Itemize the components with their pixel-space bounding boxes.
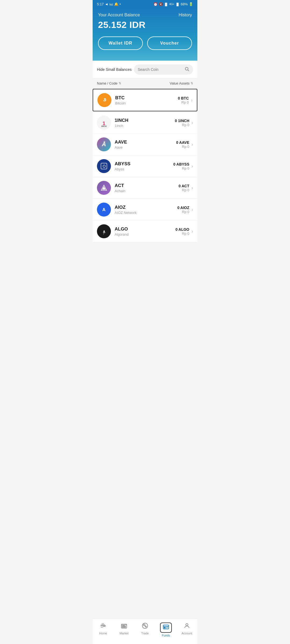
funds-active-box: [160, 623, 172, 633]
dot-icon: •: [119, 2, 121, 6]
coin-list: BTC Bitcoin 0 BTC Rp 0 › 1 INCH 1INCH 1I…: [93, 89, 197, 242]
aave-info: AAVE Aave: [115, 140, 176, 149]
coin-item-btc[interactable]: BTC Bitcoin 0 BTC Rp 0 ›: [93, 89, 197, 111]
nav-item-funds[interactable]: Funds: [155, 621, 176, 639]
trade-icon: [142, 623, 148, 631]
sort-value-assets[interactable]: Value Assets ⇅: [170, 81, 193, 85]
svg-text:A: A: [102, 207, 106, 212]
svg-point-24: [145, 626, 146, 627]
coin-item-aave[interactable]: Å AAVE Aave 0 AAVE Rp 0 ›: [93, 134, 197, 155]
account-label: Account: [182, 632, 192, 635]
search-container[interactable]: [134, 64, 193, 75]
btc-symbol: BTC: [115, 95, 178, 101]
voucher-button[interactable]: Voucher: [147, 36, 192, 50]
home-icon: [100, 623, 106, 631]
abyss-icon: ⬡: [97, 159, 111, 173]
btc-info: BTC Bitcoin: [115, 95, 178, 105]
oneinch-name: 1Inch: [115, 124, 175, 128]
btc-balance: 0 BTC Rp 0: [178, 96, 189, 104]
algo-icon: ∧ ╱: [97, 224, 111, 238]
search-icon: [184, 67, 189, 72]
wallet-idr-button[interactable]: Wallet IDR: [98, 36, 143, 50]
aave-icon: Å: [97, 137, 111, 151]
funds-label: Funds: [162, 634, 170, 637]
abyss-amount: 0 ABYSS: [173, 162, 189, 166]
coin-item-aioz[interactable]: A AIOZ AIOZ Network 0 AIOZ Rp 0 ›: [93, 199, 197, 221]
svg-rect-27: [164, 627, 165, 628]
nav-item-trade[interactable]: Trade: [135, 621, 155, 639]
svg-point-30: [186, 624, 188, 626]
battery-percent: 68%: [181, 2, 188, 6]
svg-line-25: [145, 625, 146, 626]
time: 5:17: [97, 2, 104, 6]
header: Your Account Balance History 25.152 IDR …: [93, 8, 197, 61]
sort-value-arrows: ⇅: [191, 82, 193, 85]
sort-row: Name / Code ⇅ Value Assets ⇅: [93, 79, 197, 88]
algo-info: ALGO Algorand: [115, 226, 175, 236]
nav-item-home[interactable]: Home: [93, 621, 114, 639]
coin-item-act[interactable]: ACT Achain 0 ACT Rp 0 ›: [93, 177, 197, 199]
header-top: Your Account Balance History: [98, 13, 192, 17]
oneinch-icon: 1 INCH: [97, 116, 111, 130]
btc-amount: 0 BTC: [178, 96, 189, 100]
btc-chevron: ›: [191, 97, 193, 103]
oneinch-chevron: ›: [191, 120, 193, 126]
algo-name: Algorand: [115, 232, 175, 236]
bottom-nav: Home Market Trade: [93, 619, 197, 644]
svg-rect-20: [124, 625, 124, 627]
act-info: ACT Achain: [115, 183, 179, 193]
home-label: Home: [99, 632, 107, 635]
aave-balance: 0 AAVE Rp 0: [176, 140, 189, 149]
balance-amount: 25.152 IDR: [98, 20, 192, 30]
coin-item-abyss[interactable]: ⬡ ABYSS Abyss 0 ABYSS Rp 0 ›: [93, 155, 197, 177]
act-chevron: ›: [191, 185, 193, 191]
market-label: Market: [119, 632, 129, 635]
svg-text:⬡: ⬡: [103, 164, 106, 168]
act-amount: 0 ACT: [179, 184, 189, 188]
abyss-name: Abyss: [115, 167, 173, 171]
coin-item-algo[interactable]: ∧ ╱ ALGO Algorand 0 ALGO Rp 0 ›: [93, 221, 197, 242]
algo-value: Rp 0: [175, 232, 189, 236]
svg-text:INCH: INCH: [101, 125, 107, 127]
status-left: 5:17 ◄ laz 🔔 •: [97, 2, 121, 6]
sort-name-code[interactable]: Name / Code ⇅: [97, 81, 121, 85]
mute-icon: 🔇: [159, 2, 163, 6]
aioz-info: AIOZ AIOZ Network: [115, 205, 177, 215]
aave-value: Rp 0: [176, 145, 189, 149]
coin-item-1inch[interactable]: 1 INCH 1INCH 1Inch 0 1INCH Rp 0 ›: [93, 112, 197, 134]
account-icon: [184, 623, 190, 631]
aioz-symbol: AIOZ: [115, 205, 177, 210]
funds-icon: [163, 625, 169, 631]
nav-item-account[interactable]: Account: [176, 621, 197, 639]
nav-item-market[interactable]: Market: [114, 621, 135, 639]
lazada-icon: laz: [109, 3, 113, 6]
history-link[interactable]: History: [179, 13, 192, 17]
hide-small-balances-label[interactable]: Hide Small Balances: [97, 67, 132, 72]
abyss-symbol: ABYSS: [115, 161, 173, 167]
svg-rect-21: [125, 626, 126, 627]
signal-icon: ▐▌: [164, 3, 168, 6]
oneinch-value: Rp 0: [175, 123, 189, 127]
aave-amount: 0 AAVE: [176, 140, 189, 145]
act-value: Rp 0: [179, 188, 189, 192]
signal2-icon: ▐▌: [175, 3, 180, 6]
aave-chevron: ›: [191, 142, 193, 147]
search-input[interactable]: [138, 67, 182, 72]
status-right: ⏰ 🔇 ▐▌ 4G+ ▐▌ 68% 🔋: [153, 2, 193, 6]
btc-name: Bitcoin: [115, 101, 178, 105]
algo-balance: 0 ALGO Rp 0: [175, 227, 189, 236]
aave-name: Aave: [115, 145, 176, 149]
act-symbol: ACT: [115, 183, 179, 188]
aioz-amount: 0 AIOZ: [177, 206, 189, 210]
sort-name-arrows: ⇅: [119, 82, 121, 85]
trade-label: Trade: [141, 632, 149, 635]
svg-rect-19: [122, 626, 123, 627]
oneinch-amount: 0 1INCH: [175, 119, 189, 123]
svg-line-1: [188, 70, 189, 71]
abyss-value: Rp 0: [173, 166, 189, 170]
gps-icon: ◄: [105, 2, 108, 6]
act-name: Achain: [115, 189, 179, 193]
btc-value: Rp 0: [178, 100, 189, 104]
status-bar: 5:17 ◄ laz 🔔 • ⏰ 🔇 ▐▌ 4G+ ▐▌ 68% 🔋: [93, 0, 197, 8]
oneinch-balance: 0 1INCH Rp 0: [175, 119, 189, 127]
